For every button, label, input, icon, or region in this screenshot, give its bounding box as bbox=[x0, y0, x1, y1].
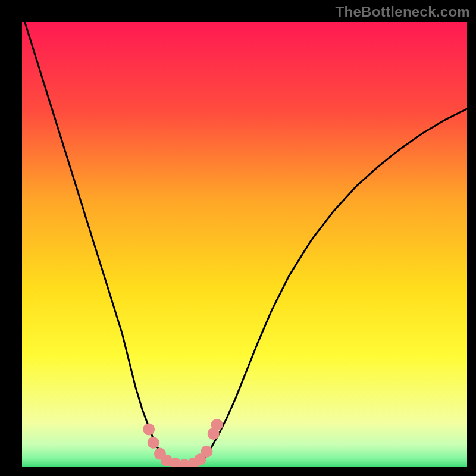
bottleneck-chart bbox=[0, 0, 476, 476]
valley-marker bbox=[143, 423, 155, 435]
valley-marker bbox=[211, 419, 223, 431]
watermark-text: TheBottleneck.com bbox=[336, 4, 470, 20]
chart-frame: TheBottleneck.com bbox=[0, 0, 476, 476]
valley-marker bbox=[201, 446, 212, 458]
gradient-background bbox=[22, 22, 467, 467]
valley-marker bbox=[148, 437, 159, 449]
